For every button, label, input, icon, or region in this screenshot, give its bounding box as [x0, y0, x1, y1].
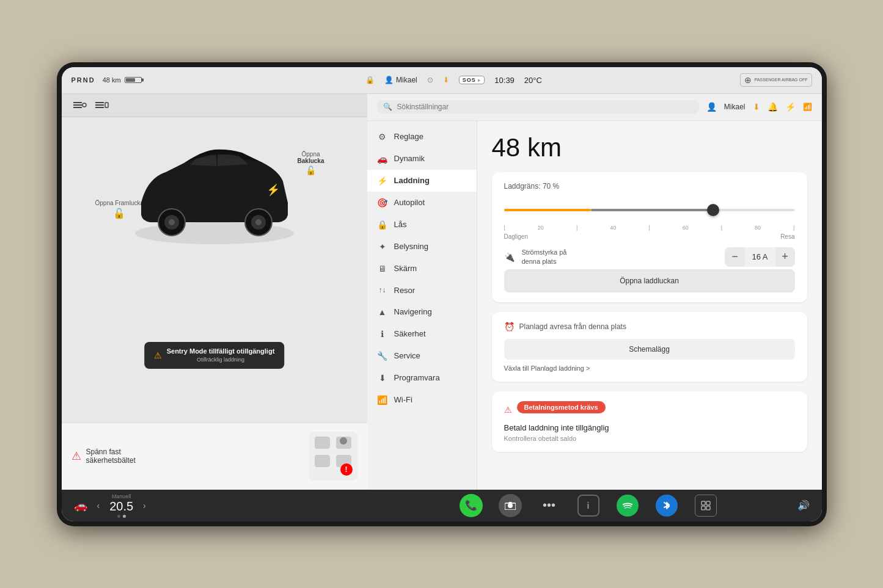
charge-limit-card: Laddgräns: 70 % |20: [492, 172, 807, 302]
sidebar-item-sakerhet[interactable]: ℹ Säkerhet: [367, 323, 477, 345]
svg-rect-16: [315, 437, 330, 449]
svg-rect-26: [706, 506, 710, 510]
service-label: Service: [394, 351, 420, 360]
gear-dot-1: [117, 515, 120, 518]
info-button[interactable]: i: [576, 493, 601, 518]
status-bar: PRND 48 km 🔒 👤 Mikael ⊙ ⬇ SOS: [62, 67, 822, 94]
slider-thumb[interactable]: [707, 204, 719, 216]
sidebar-item-las[interactable]: 🔒 Lås: [367, 214, 477, 236]
wifi-label: Wi-Fi: [394, 395, 412, 404]
svg-rect-23: [702, 501, 705, 505]
sentry-subtitle: Otillräcklig laddning: [167, 356, 275, 364]
sidebar-item-programvara[interactable]: ⬇ Programvara: [367, 367, 477, 389]
download-icon-top: ⬇: [443, 76, 449, 84]
charge-km-display: 48 km: [492, 133, 807, 162]
laddning-label: Laddning: [394, 176, 430, 185]
sidebar-item-wifi[interactable]: 📶 Wi-Fi: [367, 389, 477, 411]
reglage-label: Reglage: [394, 132, 423, 141]
sidebar-item-skarm[interactable]: 🖥 Skärm: [367, 258, 477, 280]
slider-ticks: |20|40|60|80|: [504, 225, 795, 231]
edge-button[interactable]: [93, 96, 111, 114]
bottom-bar: 🚗 ‹ Manuell 20.5 › 📞: [62, 490, 822, 521]
dots-icon: •••: [543, 498, 555, 512]
sidebar-item-resor[interactable]: ↑↓ Resor: [367, 280, 477, 301]
gear-display: Manuell 20.5: [109, 493, 133, 518]
sidebar-item-dynamik[interactable]: 🚗 Dynamik: [367, 148, 477, 170]
settings-header: 🔍 👤 Mikael ⬇ 🔔 ⚡ 📶: [367, 94, 822, 121]
bottom-right: 🔊: [797, 499, 810, 511]
svg-rect-7: [105, 103, 108, 107]
slider-fill-gray: [591, 209, 713, 211]
svg-rect-25: [702, 506, 705, 510]
phone-icon: 📞: [460, 494, 483, 517]
resor-label: Resor: [394, 286, 416, 295]
sidebar-item-laddning[interactable]: ⚡ Laddning: [367, 170, 477, 192]
status-left: PRND 48 km: [71, 76, 194, 84]
gear-dots: [117, 515, 126, 518]
headlights-button[interactable]: [71, 96, 89, 114]
sentry-warning-text: Sentry Mode tillfälligt otillgängligt Ot…: [167, 347, 275, 364]
spotify-button[interactable]: [615, 493, 640, 518]
slider-track: [504, 209, 795, 211]
sidebar-item-reglage[interactable]: ⚙ Reglage: [367, 126, 477, 148]
programvara-icon: ⬇: [377, 373, 388, 383]
reglage-icon: ⚙: [377, 132, 388, 142]
seat-diagram: !: [309, 432, 357, 481]
current-value-display: 16 A: [744, 252, 775, 261]
camera-button[interactable]: [498, 493, 522, 518]
sidebar-item-autopilot[interactable]: 🎯 Autopilot: [367, 192, 477, 214]
seatbelt-alert: ⚠ Spänn fast säkerhetsbältet: [71, 448, 299, 465]
slider-fill-orange: [504, 209, 592, 211]
open-charge-button[interactable]: Öppna laddluckan: [504, 269, 795, 292]
bottom-center: 📞 •••: [379, 493, 797, 518]
user-icon-header: 👤: [706, 102, 717, 112]
sidebar-item-navigering[interactable]: ▲ Navigering: [367, 301, 477, 323]
search-input[interactable]: [397, 103, 693, 111]
schedule-link[interactable]: Växla till Planlagd laddning >: [504, 365, 795, 372]
schedule-row: ⏰ Planlagd avresa från denna plats: [504, 322, 795, 332]
user-icon-top: 👤: [384, 76, 394, 84]
seat-warning-dot: !: [340, 463, 353, 476]
schedule-description: Planlagd avresa från denna plats: [519, 322, 626, 331]
schedule-button[interactable]: Schemalägg: [504, 339, 795, 360]
battery-bar: [125, 77, 142, 83]
sidebar-item-service[interactable]: 🔧 Service: [367, 345, 477, 367]
airbag-label: PASSENGER AIRBAG OFF: [754, 78, 807, 82]
sentry-warning: ⚠ Sentry Mode tillfälligt otillgängligt …: [144, 342, 285, 369]
sentry-warning-icon: ⚠: [154, 350, 162, 360]
header-icons: 👤 Mikael ⬇ 🔔 ⚡ 📶: [706, 102, 812, 112]
svg-rect-24: [706, 501, 710, 505]
phone-button[interactable]: 📞: [459, 493, 483, 518]
sos-badge: SOS ▸: [459, 76, 485, 84]
volume-icon[interactable]: 🔊: [797, 499, 810, 511]
user-name-header: Mikael: [724, 103, 746, 111]
car-illustration: ⚡: [117, 129, 312, 252]
current-plus-btn[interactable]: +: [775, 247, 795, 267]
autopilot-label: Autopilot: [394, 198, 425, 207]
payment-warning-icon: ⚠: [504, 405, 512, 415]
signal-icon-header: 📶: [803, 103, 812, 111]
search-box[interactable]: 🔍: [377, 100, 699, 114]
dots-button[interactable]: •••: [537, 493, 562, 518]
sakerhet-label: Säkerhet: [394, 329, 426, 338]
bluetooth-button[interactable]: [654, 493, 679, 518]
svg-point-14: [255, 219, 262, 225]
bell-icon-header: 🔔: [768, 102, 778, 112]
charge-slider[interactable]: [504, 198, 795, 222]
las-icon: 🔒: [377, 220, 388, 230]
sidebar-item-belysning[interactable]: ✦ Belysning: [367, 236, 477, 258]
screen: PRND 48 km 🔒 👤 Mikael ⊙ ⬇ SOS: [62, 67, 822, 521]
car-view: Öppna Framlucka 🔓 Öppna Baklucka 🔓: [62, 117, 367, 423]
dynamik-icon: 🚗: [377, 154, 388, 164]
svg-rect-18: [315, 455, 330, 467]
time-display: 10:39: [494, 76, 515, 85]
current-minus-btn[interactable]: −: [725, 247, 744, 267]
chevron-left-btn[interactable]: ‹: [95, 501, 103, 510]
right-panel: 🔍 👤 Mikael ⬇ 🔔 ⚡ 📶: [367, 94, 822, 490]
payment-section: ⚠ Betalningsmetod krävs Betald laddning …: [492, 391, 807, 452]
grid-icon: [695, 495, 717, 517]
chevron-right-btn[interactable]: ›: [141, 501, 148, 510]
user-info-top: 👤 Mikael: [384, 76, 417, 84]
apps-button[interactable]: [694, 493, 718, 518]
charge-limit-row: Laddgräns: 70 %: [504, 182, 795, 191]
